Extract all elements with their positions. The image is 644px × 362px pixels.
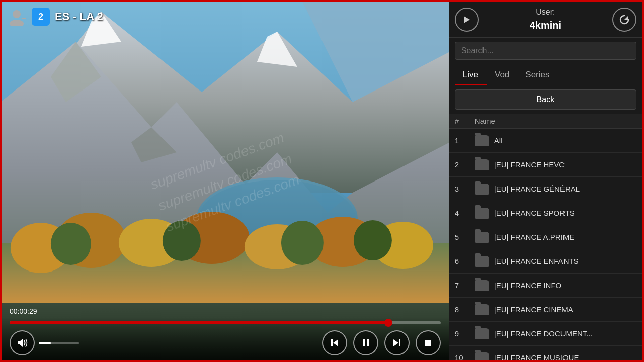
- folder-icon: [475, 280, 489, 291]
- channel-row-name: |EU| FRANCE HEVC: [494, 160, 636, 169]
- folder-icon: [475, 232, 489, 243]
- folder-icon: [475, 352, 489, 363]
- col-name-header: Name: [475, 117, 636, 125]
- channel-number-badge: 2: [32, 8, 50, 26]
- svg-rect-30: [367, 339, 369, 346]
- folder-icon: [475, 256, 489, 267]
- channel-list-header: # Name: [449, 114, 642, 129]
- folder-icon: [475, 304, 489, 315]
- video-controls: 00:00:29: [2, 317, 449, 362]
- channel-row[interactable]: 10|EU| FRANCE MUSIQUE: [449, 346, 642, 362]
- channel-row-name: |EU| FRANCE CINEMA: [494, 305, 636, 314]
- right-panel: User: 4kmini Live Vod Series Back # Name…: [449, 2, 642, 362]
- channel-list[interactable]: 1All2|EU| FRANCE HEVC3|EU| FRANCE GÉNÉRA…: [449, 129, 642, 362]
- svg-point-21: [354, 220, 392, 260]
- channel-row[interactable]: 1All: [449, 129, 642, 153]
- channel-title: ES - LA 2: [55, 10, 103, 23]
- channel-row-name: |EU| FRANCE A.PRIME: [494, 233, 636, 241]
- progress-bar-container[interactable]: 00:00:29: [10, 321, 441, 324]
- channel-row-num: 7: [455, 281, 475, 290]
- svg-rect-29: [363, 339, 365, 346]
- back-button[interactable]: Back: [455, 89, 636, 110]
- user-label: User:: [530, 7, 561, 18]
- svg-marker-35: [624, 16, 628, 20]
- channel-row[interactable]: 6|EU| FRANCE ENFANTS: [449, 249, 642, 274]
- channel-row-name: |EU| FRANCE INFO: [494, 281, 636, 290]
- user-info: User: 4kmini: [530, 7, 561, 32]
- svg-rect-28: [331, 339, 333, 346]
- pause-button[interactable]: [353, 330, 378, 355]
- next-button[interactable]: [384, 330, 410, 355]
- folder-icon: [475, 328, 489, 339]
- svg-marker-31: [393, 339, 398, 346]
- tab-live[interactable]: Live: [455, 67, 487, 85]
- refresh-button[interactable]: [612, 8, 636, 32]
- right-header: User: 4kmini: [449, 2, 642, 38]
- svg-marker-27: [333, 339, 338, 346]
- controls-row: [10, 330, 441, 355]
- volume-fill: [39, 342, 51, 344]
- svg-rect-33: [425, 340, 431, 346]
- channel-row-num: 3: [455, 185, 475, 193]
- channel-row[interactable]: 3|EU| FRANCE GÉNÉRAL: [449, 177, 642, 201]
- channel-row-num: 9: [455, 329, 475, 338]
- svg-point-18: [51, 223, 91, 265]
- tab-series[interactable]: Series: [517, 67, 557, 85]
- folder-icon: [475, 135, 489, 146]
- channel-row-num: 1: [455, 136, 475, 145]
- channel-row[interactable]: 4|EU| FRANCE SPORTS: [449, 201, 642, 225]
- channel-row[interactable]: 7|EU| FRANCE INFO: [449, 274, 642, 298]
- channel-row-name: |EU| FRANCE SPORTS: [494, 209, 636, 217]
- controls-center: [322, 330, 441, 355]
- video-top-bar: 2 ES - LA 2: [7, 7, 103, 27]
- user-avatar-icon: [7, 7, 27, 27]
- video-background: [2, 2, 449, 362]
- channel-row[interactable]: 2|EU| FRANCE HEVC: [449, 153, 642, 177]
- progress-bar-fill: [10, 321, 389, 324]
- tab-vod[interactable]: Vod: [487, 67, 517, 85]
- channel-row[interactable]: 9|EU| FRANCE DOCUMENT...: [449, 322, 642, 346]
- folder-icon: [475, 184, 489, 195]
- col-num-header: #: [455, 117, 475, 125]
- channel-row-num: 8: [455, 305, 475, 314]
- channel-row-name: |EU| FRANCE GÉNÉRAL: [494, 185, 636, 193]
- svg-rect-32: [399, 339, 400, 346]
- progress-knob[interactable]: [384, 319, 392, 327]
- prev-button[interactable]: [322, 330, 347, 355]
- svg-marker-26: [18, 339, 23, 347]
- channel-row-name: |EU| FRANCE DOCUMENT...: [494, 329, 636, 338]
- svg-marker-34: [464, 16, 470, 23]
- volume-track: [39, 342, 79, 344]
- tabs-row: Live Vod Series: [449, 64, 642, 85]
- controls-left: [10, 330, 79, 355]
- channel-row-num: 10: [455, 353, 475, 362]
- stop-button[interactable]: [416, 330, 441, 355]
- channel-row[interactable]: 8|EU| FRANCE CINEMA: [449, 298, 642, 322]
- svg-point-19: [163, 221, 201, 261]
- svg-rect-25: [22, 18, 26, 19]
- play-next-button[interactable]: [455, 8, 479, 32]
- svg-point-24: [10, 20, 24, 26]
- channel-row-name: |EU| FRANCE MUSIQUE: [494, 353, 636, 362]
- volume-button[interactable]: [10, 330, 35, 355]
- channel-row[interactable]: 5|EU| FRANCE A.PRIME: [449, 225, 642, 249]
- volume-bar[interactable]: [39, 342, 79, 344]
- search-bar: [449, 38, 642, 64]
- channel-row-num: 2: [455, 160, 475, 169]
- time-display: 00:00:29: [10, 307, 37, 315]
- channel-row-name: |EU| FRANCE ENFANTS: [494, 257, 636, 265]
- folder-icon: [475, 159, 489, 170]
- username: 4kmini: [530, 18, 561, 32]
- channel-row-num: 5: [455, 233, 475, 241]
- folder-icon: [475, 208, 489, 219]
- svg-point-20: [281, 221, 324, 265]
- channel-row-num: 6: [455, 257, 475, 265]
- search-input[interactable]: [455, 42, 636, 60]
- channel-row-name: All: [494, 136, 636, 145]
- channel-row-num: 4: [455, 209, 475, 217]
- svg-point-23: [13, 10, 21, 18]
- video-panel: supremultv codes.com supremultv codes.co…: [2, 2, 449, 362]
